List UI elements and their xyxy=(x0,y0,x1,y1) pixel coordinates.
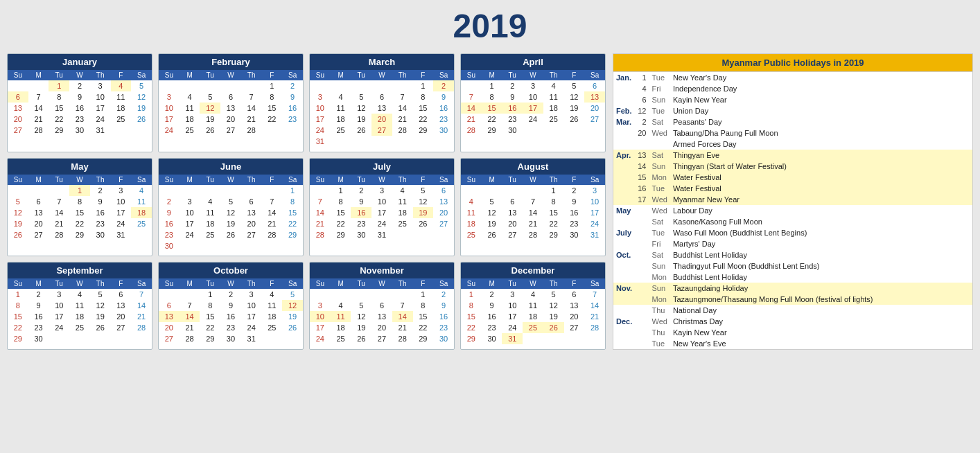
calendar-day: 29 xyxy=(482,125,502,136)
calendar-day: 26 xyxy=(200,125,220,136)
holiday-month xyxy=(613,338,636,350)
calendar-day: 16 xyxy=(28,311,49,322)
calendar-day: 16 xyxy=(482,311,502,322)
holiday-month: Nov. xyxy=(613,283,636,294)
weekday-header: M xyxy=(482,70,502,80)
holiday-month: Feb. xyxy=(613,105,636,116)
weekday-header: Th xyxy=(90,278,111,289)
calendar-day: 15 xyxy=(8,311,28,322)
month-table: SuMTuWThFSa12345678910111213141516171819… xyxy=(310,175,454,240)
calendar-day: 9 xyxy=(90,196,111,207)
calendar-day: 7 xyxy=(28,91,49,103)
calendar-day: 28 xyxy=(523,229,543,240)
holiday-row: 6SunKayin New Year xyxy=(613,94,973,105)
calendar-day xyxy=(90,333,111,344)
calendar-grid: JanuarySuMTuWThFSa1234567891011121314151… xyxy=(7,53,606,350)
weekday-header: F xyxy=(564,70,585,80)
calendar-day: 6 xyxy=(220,91,241,103)
calendar-day: 4 xyxy=(180,91,200,103)
calendar-day: 11 xyxy=(131,196,152,207)
calendar-day: 30 xyxy=(502,125,523,136)
calendar-day xyxy=(180,240,200,251)
holiday-month xyxy=(613,127,636,139)
calendar-day: 12 xyxy=(90,300,111,311)
holiday-name: Thadingyut Full Moon (Buddhist Lent Ends… xyxy=(670,260,973,272)
calendar-day: 2 xyxy=(482,289,502,300)
calendar-day xyxy=(433,136,454,147)
calendar-day: 27 xyxy=(564,322,585,333)
calendar-day xyxy=(220,185,241,196)
calendar-day: 25 xyxy=(180,125,200,136)
calendar-day xyxy=(584,125,605,136)
weekday-header: W xyxy=(523,278,543,289)
calendar-day: 6 xyxy=(584,80,605,91)
calendar-day: 11 xyxy=(523,300,543,311)
holiday-month xyxy=(613,327,636,338)
calendar-day: 18 xyxy=(523,311,543,322)
calendar-day: 20 xyxy=(433,207,454,218)
holiday-dow: Sun xyxy=(649,260,670,272)
calendar-day: 13 xyxy=(564,300,585,311)
calendar-day: 1 xyxy=(282,185,303,196)
calendar-day: 5 xyxy=(351,91,371,103)
calendar-day: 9 xyxy=(482,300,502,311)
month-table: SuMTuWThFSa12345678910111213141516171819… xyxy=(159,70,303,136)
holiday-day xyxy=(635,338,649,350)
month-header: March xyxy=(310,54,454,70)
weekday-header: Su xyxy=(461,175,482,185)
calendar-day xyxy=(564,333,585,344)
calendar-day: 17 xyxy=(310,114,331,125)
calendar-day: 5 xyxy=(131,80,152,91)
holiday-name: Independence Day xyxy=(670,83,973,94)
holiday-name: Tazaungdaing Holiday xyxy=(670,283,973,294)
calendar-day: 5 xyxy=(282,289,303,300)
month-header: July xyxy=(310,159,454,175)
holiday-day xyxy=(635,283,649,294)
calendar-day xyxy=(69,333,90,344)
month-table: SuMTuWThFSa12345678910111213141516171819… xyxy=(461,175,605,240)
month-table: SuMTuWThFSa12345678910111213141516171819… xyxy=(461,70,605,136)
calendar-day: 14 xyxy=(392,103,413,114)
calendar-day: 23 xyxy=(433,322,454,333)
weekday-header: W xyxy=(523,175,543,185)
weekday-header: Th xyxy=(543,70,564,80)
calendar-day xyxy=(262,185,283,196)
weekday-header: Tu xyxy=(49,278,69,289)
holiday-dow: Sun xyxy=(649,283,670,294)
calendar-day: 6 xyxy=(433,185,454,196)
weekday-header: Tu xyxy=(502,175,523,185)
weekday-header: Tu xyxy=(200,70,220,80)
calendar-day: 27 xyxy=(584,114,605,125)
calendar-day: 1 xyxy=(413,289,434,300)
holiday-name: Armed Forces Day xyxy=(670,139,973,150)
calendar-day: 31 xyxy=(111,229,132,240)
calendar-day: 3 xyxy=(523,80,543,91)
calendar-day: 5 xyxy=(220,196,241,207)
holiday-month: Oct. xyxy=(613,249,636,260)
calendar-day: 18 xyxy=(200,218,220,229)
weekday-header: Tu xyxy=(200,278,220,289)
weekday-header: Th xyxy=(543,278,564,289)
weekday-header: W xyxy=(69,70,90,80)
calendar-day: 30 xyxy=(482,333,502,344)
calendar-day: 29 xyxy=(49,125,69,136)
calendar-day: 4 xyxy=(543,80,564,91)
calendar-day: 20 xyxy=(28,218,49,229)
calendar-day: 23 xyxy=(351,218,371,229)
calendar-day: 13 xyxy=(433,196,454,207)
weekday-header: W xyxy=(69,175,90,185)
calendar-day xyxy=(331,80,351,91)
calendar-day: 30 xyxy=(159,240,180,251)
calendar-day: 10 xyxy=(371,196,392,207)
calendar-day: 3 xyxy=(241,289,262,300)
calendar-day xyxy=(241,185,262,196)
calendar-day: 20 xyxy=(371,114,392,125)
calendar-day: 20 xyxy=(8,114,28,125)
calendar-day xyxy=(331,136,351,147)
holiday-name: Kayin New Year xyxy=(670,94,973,105)
calendar-day: 3 xyxy=(49,289,69,300)
calendar-day: 4 xyxy=(392,185,413,196)
calendar-day: 17 xyxy=(584,207,605,218)
calendar-day: 7 xyxy=(310,196,331,207)
calendar-day: 13 xyxy=(8,103,28,114)
